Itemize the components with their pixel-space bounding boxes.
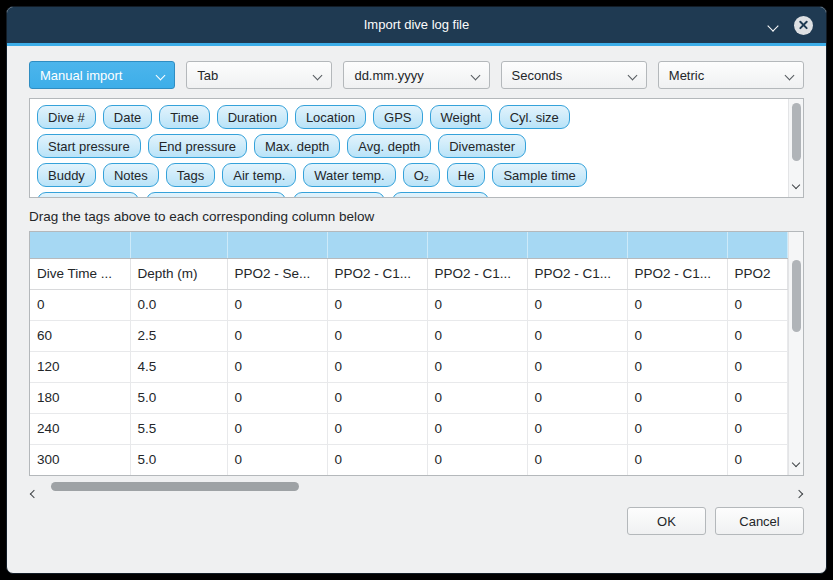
table-cell: 60: [30, 320, 130, 351]
table-cell: 0: [727, 413, 788, 444]
tag-water-temp[interactable]: Water temp.: [303, 163, 395, 187]
chevron-down-icon: [470, 70, 480, 80]
tag-end-pressure[interactable]: End pressure: [148, 134, 247, 158]
scroll-down-arrow[interactable]: [793, 452, 799, 470]
dialog-content: Manual importTabdd.mm.yyyySecondsMetric …: [7, 46, 826, 535]
tag-date[interactable]: Date: [103, 105, 152, 129]
column-header-row: Dive Time ...Depth (m)PPO2 - Se...PPO2 -…: [30, 258, 788, 289]
tag-weight[interactable]: Weight: [430, 105, 492, 129]
tag-time[interactable]: Time: [159, 105, 209, 129]
table-cell: 0: [627, 351, 727, 382]
table-cell: 0: [227, 320, 327, 351]
table-cell: 240: [30, 413, 130, 444]
table-row: 1805.0000000: [30, 382, 788, 413]
table-cell: 120: [30, 351, 130, 382]
tag-dive[interactable]: Dive #: [37, 105, 96, 129]
tags-box: Dive #DateTimeDurationLocationGPSWeightC…: [29, 98, 804, 198]
table-cell: 0: [727, 320, 788, 351]
tag-notes[interactable]: Notes: [103, 163, 159, 187]
drop-target-cell[interactable]: [327, 232, 427, 258]
scrollbar-thumb[interactable]: [792, 103, 801, 161]
tag-divemaster[interactable]: Divemaster: [438, 134, 526, 158]
table-cell: 0: [427, 320, 527, 351]
drop-target-cell[interactable]: [527, 232, 627, 258]
column-header-4: PPO2 - C1...: [427, 258, 527, 289]
tag-duration[interactable]: Duration: [217, 105, 288, 129]
table-cell: 0.0: [130, 289, 227, 320]
drop-target-cell[interactable]: [727, 232, 788, 258]
tag-sample-time[interactable]: Sample time: [492, 163, 586, 187]
table-cell: 0: [527, 444, 627, 475]
combobox-seconds[interactable]: Seconds: [501, 61, 647, 89]
drop-target-cell[interactable]: [130, 232, 227, 258]
tag-sample-depth[interactable]: Sample depth: [37, 192, 139, 198]
tag-gps[interactable]: GPS: [373, 105, 422, 129]
tag-row: Sample depthSample temperatureSample pO₂…: [37, 192, 779, 198]
ok-button[interactable]: OK: [627, 507, 706, 535]
combobox-tab[interactable]: Tab: [186, 61, 332, 89]
tag-tags[interactable]: Tags: [166, 163, 215, 187]
table-cell: 0: [527, 413, 627, 444]
chevron-down-icon: [313, 70, 323, 80]
scrollbar-thumb[interactable]: [51, 482, 299, 491]
table-horizontal-scrollbar[interactable]: [29, 479, 804, 495]
window-title: Import dive log file: [7, 7, 826, 43]
table-cell: 0: [527, 320, 627, 351]
tag-max-depth[interactable]: Max. depth: [254, 134, 340, 158]
scroll-right-arrow[interactable]: [796, 483, 802, 501]
tag-cyl-size[interactable]: Cyl. size: [499, 105, 570, 129]
table-cell: 0: [30, 289, 130, 320]
chevron-down-icon: [627, 70, 637, 80]
scrollbar-thumb[interactable]: [792, 260, 801, 332]
tag-location[interactable]: Location: [295, 105, 366, 129]
chevron-down-icon: [785, 70, 795, 80]
table-cell: 0: [227, 289, 327, 320]
tag-sample-po[interactable]: Sample pO₂: [293, 192, 385, 198]
titlebar[interactable]: Import dive log file: [7, 7, 826, 43]
tag-row: Start pressureEnd pressureMax. depthAvg.…: [37, 134, 779, 158]
combobox-dd-mm-yyyy[interactable]: dd.mm.yyyy: [343, 61, 489, 89]
column-header-2: PPO2 - Se...: [227, 258, 327, 289]
tags-vertical-scrollbar[interactable]: [788, 99, 803, 197]
cancel-button[interactable]: Cancel: [715, 507, 804, 535]
scroll-left-arrow[interactable]: [31, 483, 37, 501]
tag-start-pressure[interactable]: Start pressure: [37, 134, 141, 158]
column-header-0: Dive Time ...: [30, 258, 130, 289]
drop-target-cell[interactable]: [427, 232, 527, 258]
close-icon[interactable]: [794, 16, 813, 35]
table-cell: 0: [527, 382, 627, 413]
tag-list: Dive #DateTimeDurationLocationGPSWeightC…: [37, 105, 779, 198]
combobox-value: dd.mm.yyyy: [354, 68, 471, 83]
chevron-left-icon: [30, 490, 38, 498]
tag-buddy[interactable]: Buddy: [37, 163, 96, 187]
chevron-down-icon: [767, 20, 778, 31]
table-row: 602.5000000: [30, 320, 788, 351]
scroll-down-arrow[interactable]: [793, 174, 799, 192]
table-vertical-scrollbar[interactable]: [788, 232, 803, 475]
tag-row: Dive #DateTimeDurationLocationGPSWeightC…: [37, 105, 779, 129]
table-cell: 0: [227, 413, 327, 444]
tag-sample-cns[interactable]: Sample CNS: [392, 192, 489, 198]
table-cell: 0: [627, 382, 727, 413]
drop-target-cell[interactable]: [30, 232, 130, 258]
chevron-right-icon: [795, 490, 803, 498]
tag-row: BuddyNotesTagsAir temp.Water temp.O₂HeSa…: [37, 163, 779, 187]
titlebar-shade-button[interactable]: [769, 16, 777, 34]
table-row: 1204.5000000: [30, 351, 788, 382]
drop-target-cell[interactable]: [627, 232, 727, 258]
table-cell: 0: [327, 413, 427, 444]
table-cell: 0: [427, 382, 527, 413]
import-dialog-window: Import dive log file Manual importTabdd.…: [6, 6, 827, 574]
combobox-value: Metric: [669, 68, 786, 83]
tag-avg-depth[interactable]: Avg. depth: [347, 134, 431, 158]
combobox-value: Tab: [197, 68, 314, 83]
table-cell: 0: [727, 351, 788, 382]
table-row: 2405.5000000: [30, 413, 788, 444]
drop-target-cell[interactable]: [227, 232, 327, 258]
combobox-metric[interactable]: Metric: [658, 61, 804, 89]
tag-he[interactable]: He: [447, 163, 486, 187]
tag-air-temp[interactable]: Air temp.: [222, 163, 296, 187]
tag-o[interactable]: O₂: [403, 163, 440, 187]
tag-sample-temperature[interactable]: Sample temperature: [146, 192, 286, 198]
combobox-manual-import[interactable]: Manual import: [29, 61, 175, 89]
